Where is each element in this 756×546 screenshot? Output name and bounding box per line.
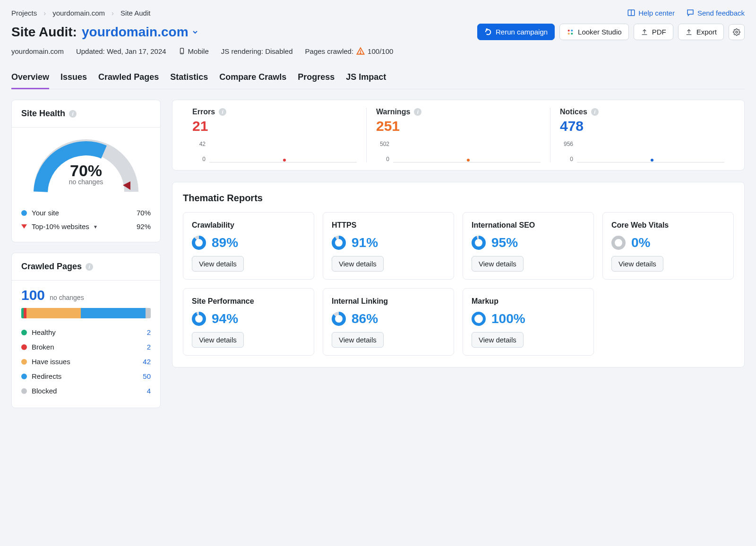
export-label: Export: [696, 28, 717, 36]
sparkline: [577, 141, 724, 162]
chevron-down-icon: ▾: [94, 223, 97, 230]
legend-dot: [21, 344, 27, 350]
view-details-button[interactable]: View details: [192, 332, 244, 348]
crawled-row-blocked[interactable]: Blocked4: [21, 384, 151, 398]
summary-value: 251: [376, 118, 541, 134]
site-health-card: Site Health i 70% no changes: [11, 100, 161, 242]
donut-icon: [192, 236, 206, 250]
crawled-row-broken[interactable]: Broken2: [21, 340, 151, 354]
domain-dropdown[interactable]: yourdomain.com: [82, 25, 199, 40]
info-icon[interactable]: i: [86, 263, 93, 271]
chevron-right-icon: ›: [112, 9, 114, 17]
svg-point-10: [360, 53, 361, 54]
meta-updated: Updated: Wed, Jan 17, 2024: [76, 47, 166, 55]
upload-icon: [685, 28, 693, 36]
info-icon[interactable]: i: [219, 108, 226, 116]
summary-warnings[interactable]: Warningsi2515020: [366, 108, 550, 162]
crawled-row-redirects[interactable]: Redirects50: [21, 369, 151, 384]
crawled-value: 2: [135, 343, 151, 351]
send-feedback-label: Send feedback: [697, 9, 745, 17]
pdf-button[interactable]: PDF: [634, 24, 673, 40]
report-pct: 100%: [491, 311, 525, 326]
report-https: HTTPS91%View details: [323, 212, 454, 280]
chevron-right-icon: ›: [43, 9, 46, 17]
crawled-row-healthy[interactable]: Healthy2: [21, 325, 151, 340]
meta-crawled: Pages crawled: 100/100: [305, 47, 394, 55]
crumb-domain[interactable]: yourdomain.com: [52, 9, 105, 17]
report-international-seo: International SEO95%View details: [463, 212, 594, 280]
tab-statistics[interactable]: Statistics: [170, 68, 208, 89]
gear-icon: [733, 28, 740, 36]
tabs: OverviewIssuesCrawled PagesStatisticsCom…: [11, 68, 745, 89]
info-icon[interactable]: i: [69, 110, 77, 118]
book-icon: [627, 9, 636, 17]
summary-value: 478: [560, 118, 724, 134]
crawled-bar-chart: [21, 308, 151, 318]
view-details-button[interactable]: View details: [192, 256, 244, 272]
tab-issues[interactable]: Issues: [60, 68, 87, 89]
spark-dot: [467, 159, 470, 162]
report-title: Markup: [472, 297, 585, 306]
send-feedback-link[interactable]: Send feedback: [686, 9, 745, 17]
sparkline: [209, 141, 357, 162]
bar-segment-redirects[interactable]: [81, 308, 146, 318]
bar-segment-have-issues[interactable]: [26, 308, 81, 318]
view-details-button[interactable]: View details: [472, 332, 524, 348]
looker-icon: [567, 28, 574, 36]
tab-overview[interactable]: Overview: [11, 68, 49, 89]
meta-crawled-value: 100/100: [368, 47, 393, 55]
report-title: Core Web Vitals: [611, 221, 725, 230]
legend-your-site-pct: 70%: [137, 209, 151, 217]
export-button[interactable]: Export: [678, 24, 724, 40]
top10-dropdown[interactable]: Top-10% websites ▾: [21, 222, 97, 230]
crawled-value: 2: [135, 328, 151, 336]
sparkline: [393, 141, 541, 162]
svg-point-2: [568, 29, 570, 31]
report-site-performance: Site Performance94%View details: [183, 288, 314, 356]
crumb-section: Site Audit: [120, 9, 150, 17]
legend-dot: [21, 388, 27, 394]
tab-progress[interactable]: Progress: [298, 68, 335, 89]
report-pct: 89%: [212, 235, 238, 250]
report-title: Site Performance: [192, 297, 305, 306]
view-details-button[interactable]: View details: [332, 332, 384, 348]
crawled-total[interactable]: 100: [21, 287, 45, 303]
summary-errors[interactable]: Errorsi21420: [183, 108, 366, 162]
chevron-down-icon: [191, 28, 199, 36]
info-icon[interactable]: i: [591, 108, 599, 116]
report-core-web-vitals: Core Web Vitals0%View details: [602, 212, 734, 280]
summary-notices[interactable]: Noticesi4789560: [550, 108, 734, 162]
rerun-campaign-button[interactable]: Rerun campaign: [477, 24, 555, 40]
tab-js-impact[interactable]: JS Impact: [346, 68, 386, 89]
crawled-label: Healthy: [32, 328, 56, 336]
crawled-value: 42: [135, 358, 151, 366]
tab-compare-crawls[interactable]: Compare Crawls: [219, 68, 286, 89]
summary-card: Errorsi21420Warningsi2515020Noticesi4789…: [172, 100, 745, 171]
view-details-button[interactable]: View details: [332, 256, 384, 272]
bar-segment-blocked[interactable]: [146, 308, 151, 318]
thematic-title: Thematic Reports: [183, 182, 734, 212]
legend-dot: [21, 359, 27, 365]
report-title: International SEO: [472, 221, 585, 230]
donut-icon: [332, 312, 346, 326]
view-details-button[interactable]: View details: [611, 256, 663, 272]
report-markup: Markup100%View details: [463, 288, 594, 356]
report-pct: 94%: [212, 311, 238, 326]
legend-dot-your-site: [21, 210, 27, 216]
info-icon[interactable]: i: [414, 108, 421, 116]
help-center-link[interactable]: Help center: [627, 9, 675, 17]
looker-studio-button[interactable]: Looker Studio: [559, 24, 629, 40]
spark-max: 956: [564, 141, 573, 147]
settings-button[interactable]: [729, 24, 745, 40]
crawled-value: 50: [135, 372, 151, 380]
crawled-pages-card: Crawled Pages i 100 no changes Healthy2B…: [11, 253, 161, 408]
meta-js: JS rendering: Disabled: [221, 47, 293, 55]
domain-name: yourdomain.com: [82, 25, 189, 40]
meta-crawled-label: Pages crawled:: [305, 47, 354, 55]
tab-crawled-pages[interactable]: Crawled Pages: [98, 68, 159, 89]
phone-icon: [179, 47, 185, 55]
warning-icon: [356, 47, 365, 55]
view-details-button[interactable]: View details: [472, 256, 524, 272]
crawled-row-have-issues[interactable]: Have issues42: [21, 354, 151, 369]
crumb-projects[interactable]: Projects: [11, 9, 37, 17]
